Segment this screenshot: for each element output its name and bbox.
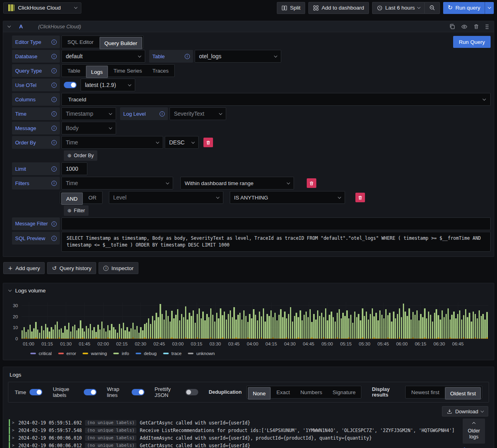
limit-input[interactable] [61, 162, 87, 175]
log-row[interactable]: >2024-02-19 05:59:57.548(no unique label… [9, 427, 488, 434]
volume-bar [119, 324, 120, 339]
log-row[interactable]: >2024-02-19 06:00:06.012(no unique label… [9, 442, 488, 448]
volume-bar [360, 320, 361, 339]
log-labels-badge: (no unique labels) [85, 428, 136, 433]
volume-bar [469, 313, 470, 339]
radio-option-oldest-first[interactable]: Oldest first [445, 387, 481, 400]
older-logs-button[interactable]: Older logs [463, 418, 485, 444]
duplicate-query-icon[interactable] [449, 24, 455, 30]
volume-bar [430, 315, 431, 339]
field-label-log-level: Log Leveli [120, 107, 168, 120]
drag-handle-icon[interactable] [485, 24, 489, 30]
toggle-switch-time[interactable] [30, 389, 42, 395]
add-order-by-button[interactable]: ⊕Order By [64, 150, 97, 161]
message-filter-input[interactable] [61, 217, 491, 230]
legend-item-critical[interactable]: critical [30, 351, 52, 356]
filter-field-select[interactable]: Time [61, 177, 173, 189]
remove-filter-button[interactable] [307, 178, 316, 188]
expand-chevron-icon[interactable]: > [12, 428, 15, 433]
radio-option-time-series[interactable]: Time Series [109, 65, 147, 76]
query-history-button[interactable]: ↺Query history [47, 262, 96, 274]
expand-chevron-icon[interactable]: > [12, 443, 15, 448]
add-filter-button[interactable]: ⊕Filter [64, 205, 89, 216]
add-query-button[interactable]: +Add query [3, 262, 45, 274]
table-select[interactable]: otel_logs [195, 50, 281, 63]
order-by-direction-select[interactable]: DESC [165, 136, 199, 149]
radio-option-table[interactable]: Table [63, 65, 85, 76]
toggle-switch-unique-labels[interactable] [84, 389, 97, 395]
legend-item-trace[interactable]: trace [163, 351, 182, 356]
legend-item-info[interactable]: info [113, 351, 129, 356]
volume-bar [284, 312, 285, 339]
run-query-inline-button[interactable]: Run Query [453, 36, 491, 48]
volume-bar [321, 313, 322, 339]
remove-query-trash-icon[interactable] [473, 24, 479, 30]
otel-version-select[interactable]: latest (1.2.9) [81, 79, 135, 91]
legend-item-unknown[interactable]: unknown [188, 351, 215, 356]
log-level-column-select[interactable]: SeverityText [170, 107, 226, 120]
download-button[interactable]: Download [442, 406, 488, 416]
radio-option-none[interactable]: None [248, 387, 271, 400]
filter-level-select[interactable]: Level [109, 191, 223, 204]
split-button[interactable]: Split [277, 2, 305, 14]
volume-bar [204, 320, 205, 339]
expand-chevron-icon[interactable]: > [12, 420, 15, 426]
columns-multiselect[interactable]: TraceId [61, 93, 491, 106]
download-icon [447, 409, 452, 414]
toggle-switch-prettify-json[interactable] [185, 389, 198, 395]
radio-option-exact[interactable]: Exact [272, 387, 295, 397]
collapse-chevron-icon[interactable] [8, 24, 11, 28]
logs-volume-header[interactable]: Logs volume [3, 283, 494, 295]
radio-option-sql-editor[interactable]: SQL Editor [63, 37, 99, 47]
query-row-header[interactable]: A (ClickHouse Cloud) [3, 21, 494, 32]
hide-response-eye-icon[interactable] [461, 24, 467, 30]
volume-bar [84, 332, 85, 339]
legend-item-error[interactable]: error [58, 351, 76, 356]
radio-option-traces[interactable]: Traces [148, 65, 174, 76]
run-query-button[interactable]: ↻ Run query [443, 2, 494, 14]
datasource-picker[interactable]: ClickHouse Cloud [3, 2, 81, 14]
log-row[interactable]: >2024-02-19 05:59:51.692(no unique label… [9, 419, 488, 426]
radio-option-or[interactable]: OR [84, 192, 101, 203]
volume-bar [274, 313, 276, 339]
zoom-out-time-button[interactable] [424, 2, 440, 14]
sql-preview-text[interactable]: SELECT Timestamp as timestamp, Body as b… [61, 232, 491, 252]
volume-bar [403, 304, 404, 339]
volume-bar [393, 312, 394, 339]
remove-filter-button-2[interactable] [355, 193, 365, 202]
display-results-radio-group: Newest firstOldest first [405, 386, 482, 399]
time-range-picker[interactable]: Last 6 hours [372, 2, 424, 14]
remove-order-by-button[interactable] [203, 138, 213, 147]
legend-item-warning[interactable]: warning [83, 351, 107, 356]
logs-volume-chart[interactable]: 0102030 [22, 302, 488, 339]
log-row[interactable]: >2024-02-19 06:00:06.010(no unique label… [9, 434, 488, 442]
radio-option-logs[interactable]: Logs [86, 65, 108, 78]
filter-operator-select-2[interactable]: IS ANYTHING [230, 191, 345, 204]
collapse-chevron-icon[interactable] [8, 288, 12, 292]
radio-option-newest-first[interactable]: Newest first [406, 387, 444, 397]
legend-swatch [113, 353, 119, 354]
expand-chevron-icon[interactable]: > [12, 435, 15, 441]
plus-icon: + [8, 265, 13, 271]
time-column-select[interactable]: Timestamp [61, 107, 116, 120]
x-axis-tick-label: 05:30 [359, 341, 371, 346]
message-column-select[interactable]: Body [61, 122, 116, 134]
toggle-control-wrap-lines: Wrap lines [107, 386, 144, 398]
inspector-button[interactable]: iInspector [99, 262, 138, 274]
filter-operator-select[interactable]: Within dashboard time range [180, 177, 294, 189]
database-select[interactable]: default [61, 50, 145, 63]
legend-item-debug[interactable]: debug [136, 351, 157, 356]
radio-option-numbers[interactable]: Numbers [296, 387, 327, 397]
radio-option-query-builder[interactable]: Query Builder [99, 37, 143, 49]
toggle-switch-wrap-lines[interactable] [132, 389, 144, 395]
order-by-field-select[interactable]: Time [61, 136, 163, 149]
volume-bar [290, 307, 291, 339]
radio-option-and[interactable]: AND [61, 192, 83, 205]
volume-bar [166, 310, 167, 339]
field-label-time: Timei [12, 107, 60, 120]
volume-bar [482, 314, 483, 339]
run-query-caret[interactable] [485, 2, 494, 14]
radio-option-signature[interactable]: Signature [328, 387, 361, 397]
add-to-dashboard-button[interactable]: Add to dashboard [308, 2, 369, 14]
use-otel-toggle[interactable] [64, 82, 77, 88]
